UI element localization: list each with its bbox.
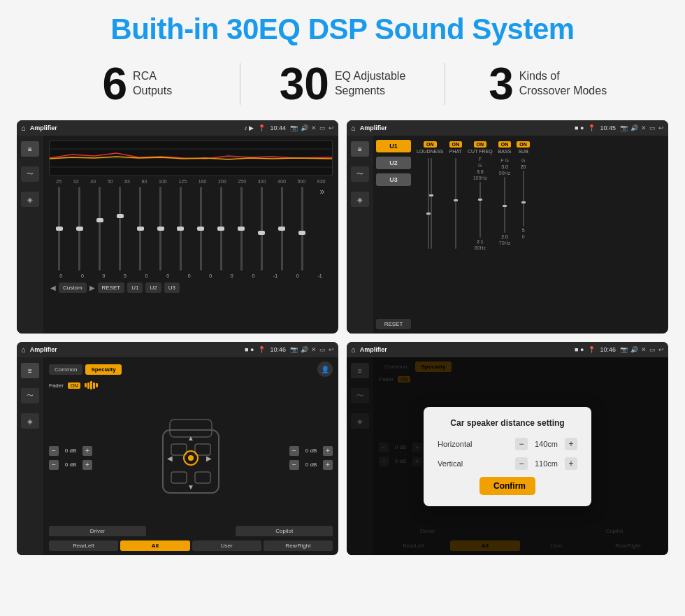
cs-main: Common Specialty 👤 Fader ON [43,357,338,555]
music-icon: ♪ ▶ [244,124,254,131]
next-arrow[interactable]: ▶ [89,284,95,292]
stat-divider-2 [445,63,445,105]
eq-slider-13[interactable] [293,187,311,271]
screen2-title: Amplifier [360,124,570,131]
vertical-plus[interactable]: + [565,457,577,470]
volume-icon-4: 🔊 [630,346,638,353]
u2-btn[interactable]: U2 [145,282,161,293]
screen-eq: ⌂ Amplifier ♪ ▶ 📍 10:44 📷 🔊 ✕ ▭ ↩ ≡ 〜 ◈ [17,120,338,334]
loudness-on[interactable]: ON [424,141,437,148]
home-icon-4[interactable]: ⌂ [351,345,356,354]
vertical-row: Vertical − 110cm + [438,457,577,470]
eq-icon[interactable]: ≡ [21,141,39,157]
left-controls: − 0 dB + − 0 dB + [49,394,92,522]
rearleft-btn[interactable]: RearLeft [49,540,118,551]
camera-icon-4: 📷 [620,346,628,353]
fl-minus[interactable]: − [49,446,59,456]
stat-rca: 6 RCAOutputs [42,62,233,106]
user-btn[interactable]: User [192,540,261,551]
phat-label: PHAT [449,149,462,154]
specialty-tab[interactable]: Specialty [85,364,121,375]
custom-btn[interactable]: Custom [59,282,87,293]
dialog-title: Car speaker distance setting [438,418,577,428]
eq-slider-4[interactable] [111,187,129,271]
bass-on[interactable]: ON [498,141,512,148]
svg-text:◀: ◀ [167,454,173,462]
u2-preset[interactable]: U2 [376,157,411,169]
rearright-btn[interactable]: RearRight [264,540,333,551]
horizontal-label: Horizontal [438,440,486,448]
u3-preset[interactable]: U3 [376,173,411,186]
eq-graph [49,140,333,176]
eq-slider-6[interactable] [152,187,170,271]
eq-slider-3[interactable] [91,187,109,271]
speaker-icon[interactable]: ◈ [21,192,39,207]
u1-btn[interactable]: U1 [127,282,143,293]
home-icon-3[interactable]: ⌂ [21,345,26,354]
u3-btn[interactable]: U3 [164,282,180,293]
fader-on-badge[interactable]: ON [68,382,81,389]
copilot-btn[interactable]: Copilot [236,526,333,536]
wave-icon-3[interactable]: 〜 [21,388,39,403]
common-tab[interactable]: Common [49,364,82,375]
eq-slider-12[interactable] [273,187,291,271]
cutfreq-on[interactable]: ON [474,141,487,148]
horizontal-minus[interactable]: − [515,438,528,450]
home-icon[interactable]: ⌂ [21,124,26,132]
page-title: Buith-in 30EQ DSP Sound System [0,0,685,55]
svg-rect-6 [195,444,210,455]
rl-db-row: − 0 dB + [49,460,92,470]
wave-icon[interactable]: 〜 [21,166,39,182]
record-icon-3: ■ ● [245,346,254,353]
back-icon[interactable]: ↩ [329,124,334,131]
rr-plus[interactable]: + [323,460,333,470]
eq-slider-7[interactable] [172,187,190,271]
back-icon-4[interactable]: ↩ [658,346,664,353]
home-icon-2[interactable]: ⌂ [351,124,356,132]
vertical-minus[interactable]: − [515,457,528,470]
fl-db: 0 dB [61,447,80,454]
prev-arrow[interactable]: ◀ [50,284,56,292]
u1-preset[interactable]: U1 [376,140,411,152]
location-icon-3: 📍 [258,346,266,353]
phat-on[interactable]: ON [449,141,463,148]
eq-icon-3[interactable]: ≡ [21,363,39,378]
reset-btn[interactable]: RESET [98,282,125,293]
eq-icon-2[interactable]: ≡ [351,141,369,157]
confirm-button[interactable]: Confirm [480,477,535,495]
screen4-time: 10:46 [600,346,616,353]
horizontal-row: Horizontal − 140cm + [438,438,577,450]
eq-slider-8[interactable] [192,187,210,271]
back-icon-3[interactable]: ↩ [329,346,334,353]
eq-slider-5[interactable] [131,187,150,271]
fader-bars [85,381,98,389]
fr-minus[interactable]: − [289,446,299,456]
screen1-topbar: ⌂ Amplifier ♪ ▶ 📍 10:44 📷 🔊 ✕ ▭ ↩ [17,120,338,136]
back-icon-2[interactable]: ↩ [658,124,664,131]
window-icon-3: ▭ [319,346,326,353]
driver-btn[interactable]: Driver [49,526,146,536]
sub-on[interactable]: ON [517,141,530,148]
speaker-icon-3[interactable]: ◈ [21,413,39,429]
horizontal-plus[interactable]: + [565,438,577,450]
rl-plus[interactable]: + [82,460,92,470]
fr-plus[interactable]: + [323,446,333,456]
right-controls: − 0 dB + − 0 dB + [289,394,333,522]
rl-minus[interactable]: − [49,460,59,470]
screen3-icons: 📷 🔊 ✕ ▭ ↩ [290,346,334,353]
reset-btn-2[interactable]: RESET [376,319,411,329]
eq-slider-9[interactable] [212,187,230,271]
eq-slider-2[interactable] [71,187,89,271]
eq-slider-1[interactable] [50,187,68,271]
fader-label: Fader [49,382,64,389]
eq-slider-10[interactable] [232,187,250,271]
fl-plus[interactable]: + [82,446,92,456]
eq-slider-11[interactable] [252,187,271,271]
stat-eq-text: EQ AdjustableSegments [335,69,405,99]
rl-db: 0 dB [61,461,80,468]
all-btn[interactable]: All [120,540,189,551]
speaker-icon-2[interactable]: ◈ [351,192,369,207]
wave-icon-2[interactable]: 〜 [351,166,369,182]
rr-minus[interactable]: − [289,460,299,470]
close-icon-3: ✕ [311,346,317,353]
